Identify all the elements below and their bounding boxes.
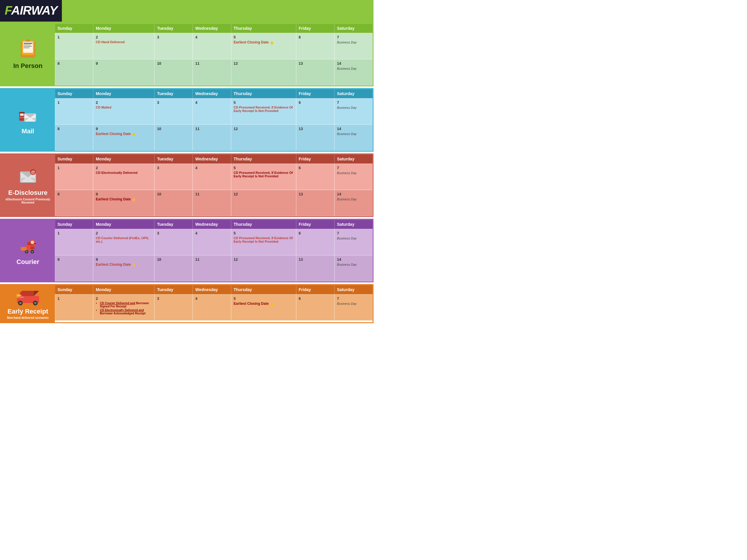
cell-0-0: 1 <box>55 294 93 321</box>
star-icon: ✦ <box>131 197 136 203</box>
star-icon: ✦ <box>269 40 274 46</box>
header-tuesday: Tuesday <box>154 24 192 33</box>
day-number: 8 <box>57 192 91 196</box>
section-label-mail: Mail <box>1 89 55 151</box>
cell-0-5: 6 <box>296 98 334 125</box>
early-receipt-sublabel: Non-hand delivered scenarios <box>7 316 49 319</box>
day-number: 7 <box>337 35 370 39</box>
day-number: 2 <box>96 166 152 170</box>
header-tuesday: Tuesday <box>154 285 192 294</box>
header-wednesday: Wednesday <box>192 24 231 33</box>
section-mail: MailSundayMondayTuesdayWednesdayThursday… <box>0 88 374 152</box>
header-tuesday: Tuesday <box>154 89 192 98</box>
day-number: 4 <box>195 231 228 235</box>
cell-0-1: 2CD Hand Delivered <box>93 33 154 59</box>
cell-1-5: 13 <box>296 125 334 151</box>
cell-0-5: 6 <box>296 164 334 190</box>
day-number: 6 <box>299 231 332 235</box>
calendar-header-row: SundayMondayTuesdayWednesdayThursdayFrid… <box>55 89 372 98</box>
day-number: 8 <box>57 127 91 131</box>
day-number: 8 <box>57 257 91 262</box>
business-day-label: Business Day <box>337 171 370 175</box>
cell-1-6: 14Business Day <box>334 255 372 282</box>
calendar-header-row: SundayMondayTuesdayWednesdayThursdayFrid… <box>55 154 372 164</box>
event-text: Earliest Closing Date✦ <box>234 40 293 46</box>
mail-label: Mail <box>22 128 34 135</box>
day-number: 10 <box>157 127 190 131</box>
day-number: 4 <box>195 166 228 170</box>
header-sunday: Sunday <box>55 154 93 164</box>
svg-rect-36 <box>22 291 34 296</box>
day-number: 2 <box>96 100 152 105</box>
day-number: 2 <box>96 296 152 301</box>
courier-icon <box>16 235 40 257</box>
cell-0-3: 4 <box>192 294 231 321</box>
day-number: 5 <box>234 166 293 170</box>
day-number: 12 <box>234 257 293 262</box>
header-monday: Monday <box>93 285 154 294</box>
event-text: CD Presumed Received, If Evidence Of Ear… <box>234 236 293 243</box>
day-number: 1 <box>57 100 91 105</box>
calendar-row-1: 89Earliest Closing Date✦1011121314Busine… <box>55 125 372 151</box>
day-number: 1 <box>57 166 91 170</box>
cell-0-2: 3 <box>154 33 192 59</box>
day-number: 10 <box>157 192 190 196</box>
cell-1-2: 10 <box>154 255 192 282</box>
day-number: 14 <box>337 61 370 65</box>
star-icon: ✦ <box>131 132 136 138</box>
cell-0-3: 4 <box>192 98 231 125</box>
header-sunday: Sunday <box>55 89 93 98</box>
svg-rect-28 <box>30 246 34 249</box>
business-day-label: Business Day <box>337 106 370 109</box>
cell-1-3: 11 <box>192 255 231 282</box>
cell-0-0: 1 <box>55 98 93 125</box>
cell-0-1: 2CD Courier Delivered and Borrower Signe… <box>93 294 154 321</box>
cell-0-6: 7Business Day <box>334 229 372 255</box>
header-sunday: Sunday <box>55 285 93 294</box>
cell-0-6: 7Business Day <box>334 98 372 125</box>
header-saturday: Saturday <box>334 24 372 33</box>
svg-point-31 <box>26 251 27 252</box>
cell-0-3: 4 <box>192 33 231 59</box>
day-number: 14 <box>337 127 370 131</box>
event-label: Earliest Closing Date <box>96 132 131 136</box>
day-number: 7 <box>337 100 370 105</box>
day-number: 6 <box>299 166 332 170</box>
event-text: CD Presumed Received, If Evidence Of Ear… <box>234 171 293 178</box>
cell-1-5: 13 <box>296 59 334 85</box>
header-friday: Friday <box>296 89 334 98</box>
day-number: 3 <box>157 100 190 105</box>
day-number: 1 <box>57 231 91 235</box>
event-text: CD Presumed Received, If Evidence Of Ear… <box>234 106 293 113</box>
day-number: 3 <box>157 296 190 301</box>
cell-1-2: 10 <box>154 125 192 151</box>
header-thursday: Thursday <box>231 24 296 33</box>
cell-0-2: 3 <box>154 164 192 190</box>
calendar-header-row: SundayMondayTuesdayWednesdayThursdayFrid… <box>55 220 372 229</box>
svg-rect-4 <box>24 45 31 45</box>
section-edisclosure: @ E-DisclosureeDisclosure Consent Previo… <box>0 153 374 217</box>
day-number: 2 <box>96 35 152 39</box>
day-number: 6 <box>299 35 332 39</box>
day-number: 7 <box>337 296 370 301</box>
header-friday: Friday <box>296 154 334 164</box>
business-day-label: Business Day <box>337 263 370 266</box>
svg-rect-7 <box>26 39 30 42</box>
event-label: Earliest Closing Date <box>96 197 131 201</box>
logo-text: FAIRWAY <box>5 3 57 18</box>
day-number: 8 <box>57 61 91 65</box>
day-number: 11 <box>195 127 228 131</box>
cell-0-3: 4 <box>192 164 231 190</box>
in-person-icon <box>18 39 38 61</box>
header-friday: Friday <box>296 24 334 33</box>
day-number: 7 <box>337 166 370 170</box>
event-text: Earliest Closing Date✦ <box>234 301 293 308</box>
business-day-label: Business Day <box>337 197 370 201</box>
event-text: Earliest Closing Date✦ <box>96 132 152 138</box>
day-number: 13 <box>299 127 332 131</box>
calendar-row-0: 12CD Mailed345CD Presumed Received, If E… <box>55 98 372 125</box>
day-number: 9 <box>96 61 152 65</box>
day-number: 13 <box>299 257 332 262</box>
svg-rect-5 <box>24 46 32 47</box>
cell-0-1: 2CD Electronically Delivered <box>93 164 154 190</box>
